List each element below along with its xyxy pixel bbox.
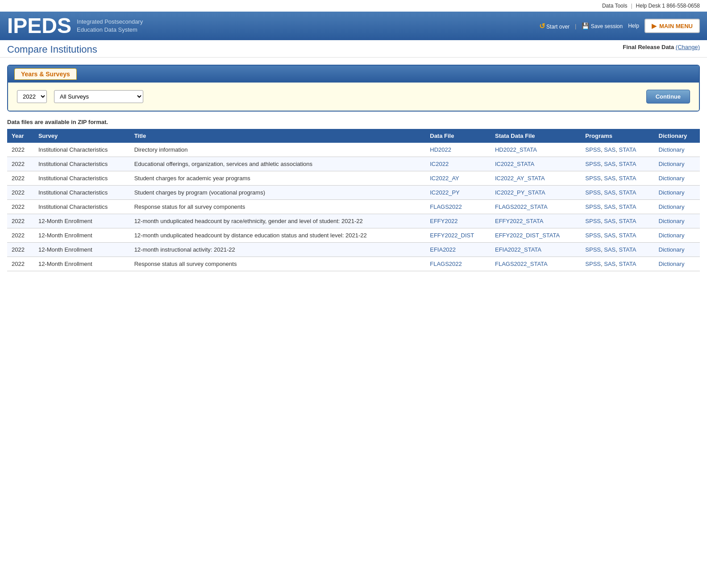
data-file-link[interactable]: IC2022_PY xyxy=(430,189,460,196)
dictionary-link[interactable]: Dictionary xyxy=(659,218,685,224)
program-link-stata[interactable]: STATA xyxy=(619,246,636,253)
dictionary-link[interactable]: Dictionary xyxy=(659,146,685,153)
cell-dictionary[interactable]: Dictionary xyxy=(654,257,700,271)
cell-programs[interactable]: SPSS, SAS, STATA xyxy=(581,214,654,228)
program-link-spss[interactable]: SPSS xyxy=(585,218,601,224)
continue-button[interactable]: Continue xyxy=(646,90,690,104)
save-session-link[interactable]: 💾 Save session xyxy=(582,22,623,29)
cell-dictionary[interactable]: Dictionary xyxy=(654,243,700,257)
program-link-stata[interactable]: STATA xyxy=(619,146,636,153)
cell-data-file[interactable]: FLAGS2022 xyxy=(425,257,491,271)
data-file-link[interactable]: FLAGS2022 xyxy=(430,203,462,210)
cell-data-file[interactable]: IC2022_AY xyxy=(425,171,491,186)
cell-data-file[interactable]: EFFY2022 xyxy=(425,214,491,228)
stata-file-link[interactable]: IC2022_STATA xyxy=(495,161,534,167)
cell-data-file[interactable]: FLAGS2022 xyxy=(425,200,491,214)
data-tools-link[interactable]: Data Tools xyxy=(602,3,627,9)
data-file-link[interactable]: EFFY2022 xyxy=(430,218,457,224)
stata-file-link[interactable]: HD2022_STATA xyxy=(495,146,537,153)
help-link[interactable]: Help xyxy=(628,23,639,29)
cell-programs[interactable]: SPSS, SAS, STATA xyxy=(581,171,654,186)
cell-stata-file[interactable]: IC2022_STATA xyxy=(491,157,581,171)
program-link-spss[interactable]: SPSS xyxy=(585,161,601,167)
cell-data-file[interactable]: IC2022_PY xyxy=(425,186,491,200)
cell-stata-file[interactable]: EFIA2022_STATA xyxy=(491,243,581,257)
data-file-link[interactable]: IC2022_AY xyxy=(430,175,459,182)
data-file-link[interactable]: HD2022 xyxy=(430,146,451,153)
stata-file-link[interactable]: EFFY2022_DIST_STATA xyxy=(495,232,560,239)
dictionary-link[interactable]: Dictionary xyxy=(659,175,685,182)
program-link-sas[interactable]: SAS xyxy=(604,246,616,253)
program-link-spss[interactable]: SPSS xyxy=(585,261,601,267)
main-menu-button[interactable]: ▶ MAIN MENU xyxy=(645,19,700,33)
dictionary-link[interactable]: Dictionary xyxy=(659,232,685,239)
survey-select[interactable]: All Surveys Institutional Characteristic… xyxy=(54,90,143,103)
program-link-sas[interactable]: SAS xyxy=(604,261,616,267)
program-link-sas[interactable]: SAS xyxy=(604,146,616,153)
change-link[interactable]: (Change) xyxy=(676,44,700,50)
stata-file-link[interactable]: EFIA2022_STATA xyxy=(495,246,541,253)
data-file-link[interactable]: EFIA2022 xyxy=(430,246,456,253)
cell-data-file[interactable]: EFFY2022_DIST xyxy=(425,228,491,243)
cell-stata-file[interactable]: FLAGS2022_STATA xyxy=(491,200,581,214)
cell-data-file[interactable]: EFIA2022 xyxy=(425,243,491,257)
cell-dictionary[interactable]: Dictionary xyxy=(654,171,700,186)
program-link-sas[interactable]: SAS xyxy=(604,175,616,182)
dictionary-link[interactable]: Dictionary xyxy=(659,189,685,196)
program-link-spss[interactable]: SPSS xyxy=(585,175,601,182)
start-over-link[interactable]: ↺ Start over xyxy=(539,22,570,30)
cell-programs[interactable]: SPSS, SAS, STATA xyxy=(581,143,654,157)
program-link-stata[interactable]: STATA xyxy=(619,261,636,267)
cell-stata-file[interactable]: FLAGS2022_STATA xyxy=(491,257,581,271)
program-link-spss[interactable]: SPSS xyxy=(585,203,601,210)
program-link-stata[interactable]: STATA xyxy=(619,161,636,167)
program-link-stata[interactable]: STATA xyxy=(619,232,636,239)
program-link-spss[interactable]: SPSS xyxy=(585,246,601,253)
dictionary-link[interactable]: Dictionary xyxy=(659,261,685,267)
program-link-sas[interactable]: SAS xyxy=(604,189,616,196)
cell-programs[interactable]: SPSS, SAS, STATA xyxy=(581,200,654,214)
cell-dictionary[interactable]: Dictionary xyxy=(654,214,700,228)
cell-dictionary[interactable]: Dictionary xyxy=(654,143,700,157)
cell-dictionary[interactable]: Dictionary xyxy=(654,228,700,243)
data-file-link[interactable]: FLAGS2022 xyxy=(430,261,462,267)
final-release-label: Final Release Data xyxy=(623,44,674,50)
data-file-link[interactable]: EFFY2022_DIST xyxy=(430,232,474,239)
program-link-sas[interactable]: SAS xyxy=(604,203,616,210)
cell-stata-file[interactable]: EFFY2022_DIST_STATA xyxy=(491,228,581,243)
program-link-stata[interactable]: STATA xyxy=(619,203,636,210)
dictionary-link[interactable]: Dictionary xyxy=(659,246,685,253)
year-select[interactable]: 2022 2021 2020 2019 2018 xyxy=(17,90,47,103)
cell-dictionary[interactable]: Dictionary xyxy=(654,186,700,200)
cell-stata-file[interactable]: IC2022_PY_STATA xyxy=(491,186,581,200)
cell-programs[interactable]: SPSS, SAS, STATA xyxy=(581,257,654,271)
program-link-sas[interactable]: SAS xyxy=(604,232,616,239)
data-file-link[interactable]: IC2022 xyxy=(430,161,449,167)
program-link-spss[interactable]: SPSS xyxy=(585,232,601,239)
program-link-stata[interactable]: STATA xyxy=(619,218,636,224)
dictionary-link[interactable]: Dictionary xyxy=(659,203,685,210)
cell-data-file[interactable]: IC2022 xyxy=(425,157,491,171)
cell-dictionary[interactable]: Dictionary xyxy=(654,200,700,214)
program-link-stata[interactable]: STATA xyxy=(619,175,636,182)
stata-file-link[interactable]: FLAGS2022_STATA xyxy=(495,203,548,210)
stata-file-link[interactable]: FLAGS2022_STATA xyxy=(495,261,548,267)
cell-programs[interactable]: SPSS, SAS, STATA xyxy=(581,243,654,257)
cell-data-file[interactable]: HD2022 xyxy=(425,143,491,157)
program-link-sas[interactable]: SAS xyxy=(604,218,616,224)
stata-file-link[interactable]: IC2022_PY_STATA xyxy=(495,189,545,196)
cell-dictionary[interactable]: Dictionary xyxy=(654,157,700,171)
cell-stata-file[interactable]: IC2022_AY_STATA xyxy=(491,171,581,186)
cell-stata-file[interactable]: HD2022_STATA xyxy=(491,143,581,157)
cell-programs[interactable]: SPSS, SAS, STATA xyxy=(581,157,654,171)
stata-file-link[interactable]: IC2022_AY_STATA xyxy=(495,175,545,182)
cell-stata-file[interactable]: EFFY2022_STATA xyxy=(491,214,581,228)
program-link-spss[interactable]: SPSS xyxy=(585,146,601,153)
stata-file-link[interactable]: EFFY2022_STATA xyxy=(495,218,543,224)
program-link-sas[interactable]: SAS xyxy=(604,161,616,167)
cell-programs[interactable]: SPSS, SAS, STATA xyxy=(581,228,654,243)
cell-programs[interactable]: SPSS, SAS, STATA xyxy=(581,186,654,200)
dictionary-link[interactable]: Dictionary xyxy=(659,161,685,167)
program-link-stata[interactable]: STATA xyxy=(619,189,636,196)
program-link-spss[interactable]: SPSS xyxy=(585,189,601,196)
